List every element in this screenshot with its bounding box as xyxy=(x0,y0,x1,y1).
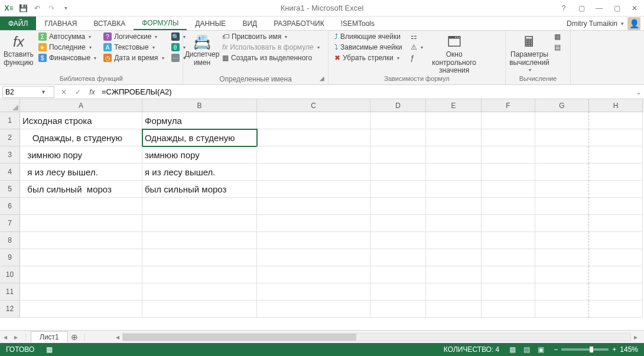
cell[interactable] xyxy=(535,215,589,232)
col-header[interactable]: G xyxy=(535,99,589,112)
cell[interactable] xyxy=(426,215,482,232)
minimize-icon[interactable]: — xyxy=(591,2,607,15)
row-header[interactable]: 7 xyxy=(0,215,20,232)
row-header[interactable]: 4 xyxy=(0,164,20,181)
user-name[interactable]: Dmitry Tumaikin xyxy=(567,19,617,28)
cell[interactable] xyxy=(426,301,482,318)
dialog-launcher-icon[interactable]: ◢ xyxy=(320,75,324,81)
zoom-level[interactable]: 145% xyxy=(620,345,638,354)
row-header[interactable]: 6 xyxy=(0,198,20,215)
formula-input[interactable] xyxy=(99,87,633,96)
cell[interactable] xyxy=(257,301,370,318)
horizontal-scrollbar[interactable]: ◂ ▸ xyxy=(113,333,640,341)
cell[interactable] xyxy=(589,146,643,164)
cell[interactable] xyxy=(370,266,426,283)
cell[interactable] xyxy=(535,112,589,129)
redo-icon[interactable]: ↷ xyxy=(45,2,58,15)
cell[interactable] xyxy=(20,283,142,301)
name-box-input[interactable] xyxy=(5,88,41,96)
row-header[interactable]: 1 xyxy=(0,112,20,129)
cell[interactable] xyxy=(426,249,482,266)
cell[interactable] xyxy=(142,198,257,215)
cell[interactable] xyxy=(426,129,482,146)
cell[interactable] xyxy=(142,283,257,301)
cell[interactable] xyxy=(426,283,482,301)
undo-icon[interactable]: ↶ xyxy=(31,2,44,15)
cell[interactable] xyxy=(426,198,482,215)
zoom-in-icon[interactable]: + xyxy=(612,345,616,354)
cell[interactable] xyxy=(589,266,643,283)
close-icon[interactable]: ✕ xyxy=(626,2,643,15)
cell[interactable] xyxy=(370,146,426,164)
cell[interactable] xyxy=(370,215,426,232)
scroll-left-icon[interactable]: ◂ xyxy=(113,333,122,341)
chevron-down-icon[interactable]: ▾ xyxy=(621,21,624,27)
col-header[interactable]: D xyxy=(370,99,426,112)
cell[interactable] xyxy=(257,112,370,129)
sheet-nav-last-icon[interactable]: ▸ xyxy=(11,333,21,341)
autosum-button[interactable]: ΣАвтосумма▾ xyxy=(36,32,99,41)
worksheet-grid[interactable]: 1Исходная строкаФормула2 Однажды, в студ… xyxy=(0,112,644,330)
recent-button[interactable]: ★Последние▾ xyxy=(36,43,99,52)
financial-button[interactable]: $Финансовые▾ xyxy=(36,53,99,63)
macro-record-icon[interactable]: ▦ xyxy=(40,345,58,354)
logical-button[interactable]: ?Логические▾ xyxy=(101,32,166,41)
cell[interactable] xyxy=(482,283,535,301)
cell[interactable] xyxy=(20,232,142,249)
cell[interactable] xyxy=(589,215,643,232)
cell[interactable] xyxy=(370,198,426,215)
cell[interactable]: зимнюю пору xyxy=(20,146,142,164)
cell[interactable] xyxy=(370,129,426,146)
row-header[interactable]: 10 xyxy=(0,266,20,283)
cell[interactable] xyxy=(482,129,535,146)
save-icon[interactable]: 💾 xyxy=(17,2,30,15)
col-header[interactable]: B xyxy=(142,99,257,112)
cell[interactable] xyxy=(370,232,426,249)
tab-formulas[interactable]: ФОРМУЛЫ xyxy=(134,17,187,30)
qat-customize-icon[interactable]: ▾ xyxy=(59,2,72,15)
trace-precedents-button[interactable]: ⤴Влияющие ячейки xyxy=(332,32,405,41)
row-header[interactable]: 9 xyxy=(0,249,20,266)
col-header[interactable]: E xyxy=(426,99,482,112)
cell[interactable] xyxy=(257,215,370,232)
cell[interactable] xyxy=(535,181,589,198)
sheet-nav-first-icon[interactable]: ◂ xyxy=(0,333,11,341)
calc-options-button[interactable]: 🖩 Параметры вычислений ▾ xyxy=(509,32,549,73)
cell[interactable] xyxy=(20,198,142,215)
col-header[interactable]: H xyxy=(589,99,643,112)
cell[interactable] xyxy=(589,181,643,198)
cell[interactable] xyxy=(426,232,482,249)
evaluate-formula-button[interactable]: ƒ xyxy=(408,53,425,63)
name-manager-button[interactable]: 📇 Диспетчер имен xyxy=(187,32,217,67)
view-pagebreak-icon[interactable]: ▣ xyxy=(534,345,548,354)
name-box-dropdown-icon[interactable]: ▼ xyxy=(41,89,46,95)
cell[interactable] xyxy=(142,232,257,249)
col-header[interactable]: C xyxy=(257,99,370,112)
cell[interactable] xyxy=(257,129,370,146)
cell[interactable] xyxy=(142,249,257,266)
accept-formula-icon[interactable]: ✓ xyxy=(71,88,85,96)
cell[interactable] xyxy=(535,164,589,181)
tab-view[interactable]: ВИД xyxy=(234,17,265,30)
add-sheet-icon[interactable]: ⊕ xyxy=(68,332,81,342)
calc-now-button[interactable]: ▦ xyxy=(552,32,563,41)
cell[interactable] xyxy=(142,266,257,283)
cell[interactable] xyxy=(370,181,426,198)
use-in-formula-button[interactable]: fxИспользовать в формуле▾ xyxy=(220,43,322,52)
row-header[interactable]: 2 xyxy=(0,129,20,146)
cell[interactable]: я из лесу вышел. xyxy=(20,164,142,181)
error-checking-button[interactable]: ⚠▾ xyxy=(408,43,425,52)
cell[interactable] xyxy=(535,232,589,249)
cell[interactable] xyxy=(535,283,589,301)
cell[interactable]: был сильный мороз xyxy=(142,181,257,198)
cell[interactable] xyxy=(482,266,535,283)
cell[interactable] xyxy=(426,164,482,181)
cell[interactable] xyxy=(370,301,426,318)
cell[interactable] xyxy=(20,249,142,266)
cell[interactable] xyxy=(482,232,535,249)
cell[interactable] xyxy=(589,129,643,146)
cell[interactable] xyxy=(482,301,535,318)
cell[interactable] xyxy=(257,232,370,249)
fx-icon[interactable]: fx xyxy=(85,88,99,96)
cell[interactable] xyxy=(535,249,589,266)
